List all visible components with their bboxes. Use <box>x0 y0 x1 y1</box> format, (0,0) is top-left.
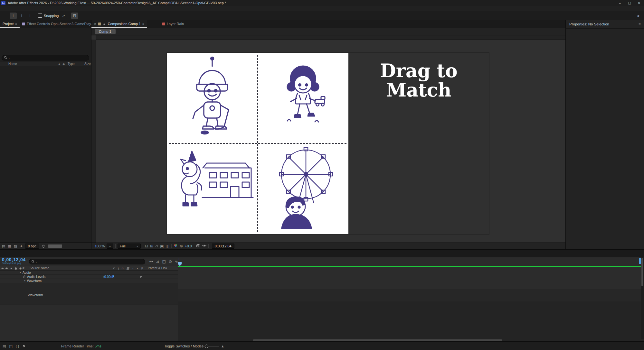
graph-editor-icon[interactable]: ∿ <box>175 259 178 264</box>
label-column-icon: ◈ <box>18 266 23 270</box>
app-icon: Ae <box>1 1 5 5</box>
comp-chip <box>98 23 101 25</box>
lock-icon[interactable] <box>103 22 106 25</box>
trash-icon[interactable] <box>42 244 45 248</box>
composition-viewer-panel: × Composition Comp 1≡ Layer Rain Comp 1 <box>91 20 566 249</box>
preview-time-display[interactable]: 0;00;12;04 <box>212 244 234 249</box>
interpret-footage-icon[interactable]: ▤ <box>2 244 5 248</box>
pickwhip-icon[interactable] <box>139 275 142 278</box>
choose-grid-guides-icon[interactable]: ⊡ <box>145 244 148 248</box>
panel-menu-icon[interactable]: ≡ <box>639 22 641 26</box>
work-area: Project≡ Effect Controls Opal-Section2-G… <box>0 20 644 249</box>
shrink-arrow-icon[interactable]: ↗ <box>60 13 67 19</box>
channel-icon[interactable] <box>174 244 178 249</box>
video-column-icon <box>0 267 5 270</box>
draft-3d-icon[interactable]: ⊿ <box>156 259 159 264</box>
timeline-vertical-scrollbar[interactable] <box>641 257 644 339</box>
maximize-button[interactable]: ▢ <box>625 0 634 6</box>
expressions-icon[interactable]: { } <box>16 344 19 348</box>
close-tab-icon[interactable]: × <box>94 22 96 26</box>
audio-levels-value[interactable]: +0.00dB <box>102 275 115 279</box>
timeline-search-input[interactable]: ⌄ <box>29 259 146 264</box>
close-button[interactable]: ✕ <box>634 0 644 6</box>
panel-chip <box>22 23 25 25</box>
audio-group-row[interactable]: ▾ Audio <box>0 271 178 275</box>
waveform-group-row[interactable]: ▾ Waveform <box>0 279 178 283</box>
breadcrumb-comp1[interactable]: Comp 1 <box>95 29 116 34</box>
snapping-toggle[interactable]: Snapping <box>38 14 59 18</box>
audio-waveform <box>178 303 641 321</box>
lock-column-icon <box>14 267 18 270</box>
headline-text: Drag to Match <box>348 61 489 100</box>
local-axis-mode-icon[interactable]: ⊥ <box>10 13 17 19</box>
audio-column-icon <box>5 267 9 270</box>
mask-visibility-icon[interactable]: ▱ <box>155 244 158 248</box>
solo-column-icon: ● <box>9 266 14 270</box>
notifications-icon[interactable]: ⚑ <box>22 344 25 348</box>
layer-chip <box>162 23 165 25</box>
toggle-switches-modes-button[interactable]: Toggle Switches / Modes <box>164 344 204 348</box>
tool-bar: ⊥ ⊥ ⊥ Snapping ↗ ⊡ » <box>0 11 644 20</box>
zoom-level[interactable]: 100 <box>95 244 100 248</box>
new-composition-icon[interactable]: ▨ <box>14 244 17 248</box>
resolution-dropdown[interactable]: Full⌄ <box>118 244 141 249</box>
current-time-display[interactable]: 0;00;12;04 00364 (29.97 fps) <box>2 258 26 265</box>
storyboard-panels <box>167 53 348 234</box>
snapshot-icon[interactable] <box>196 244 200 249</box>
audio-levels-row[interactable]: Audio Levels +0.00dB <box>0 275 178 279</box>
exposure-icon[interactable]: ⊛ <box>180 244 183 248</box>
tab-composition-comp1[interactable]: × Composition Comp 1≡ <box>91 20 147 28</box>
zoom-in-icon[interactable]: ▲ <box>221 344 224 348</box>
project-column-headers[interactable]: Name ▲ ◈ Type Size <box>0 61 91 66</box>
playhead-grab-handle[interactable]: ⌶ <box>178 257 180 261</box>
comp-mini-flowchart-icon[interactable]: ⊶ <box>149 259 153 264</box>
horizontal-ruler[interactable] <box>96 35 565 40</box>
panel-menu-icon[interactable]: ≡ <box>142 22 144 26</box>
zoom-knob[interactable] <box>205 345 208 348</box>
switches-column-icons: ✳╲fx▦◔◑⊛ <box>109 267 146 270</box>
vertical-ruler[interactable] <box>91 40 96 243</box>
drag-to-match-panel: Drag to Match <box>348 53 489 234</box>
timeline-zoom-slider[interactable]: ▲ ▲ <box>198 344 224 348</box>
workspace-overflow-button[interactable]: » <box>633 14 644 18</box>
tab-effect-controls[interactable]: Effect Controls Opal-Section2-GamePlay-P… <box>20 20 101 28</box>
marquee-options-button[interactable]: ⊡ <box>71 13 78 19</box>
motion-blur-icon[interactable]: ⊚ <box>169 259 172 264</box>
snapping-checkbox[interactable] <box>38 14 42 18</box>
sort-arrow-icon: ▲ <box>58 62 61 65</box>
tab-layer-rain[interactable]: Layer Rain <box>160 20 186 28</box>
region-of-interest-icon[interactable]: ▣ <box>160 244 164 248</box>
menu-bar <box>0 6 644 12</box>
show-snapshot-icon[interactable] <box>202 244 206 249</box>
timeline-column-headers[interactable]: ● ◈ # Source Name ✳╲fx▦◔◑⊛ Parent & Link <box>0 266 178 271</box>
viewer-canvas[interactable]: Drag to Match <box>91 35 565 243</box>
panel-menu-icon[interactable]: ≡ <box>15 22 17 26</box>
timeline-track-area[interactable]: ⌶ <box>178 257 641 342</box>
frame-blending-icon[interactable]: ◫ <box>162 259 166 264</box>
project-flowchart-icon[interactable]: ✈ <box>20 244 23 248</box>
zoom-dropdown[interactable]: ⌄ <box>107 244 113 249</box>
world-axis-mode-icon[interactable]: ⊥ <box>18 13 25 19</box>
minimize-button[interactable]: – <box>615 0 625 6</box>
after-effects-window: Ae Adobe After Effects 2026 - D:\2026-Wo… <box>0 0 644 350</box>
time-ruler[interactable] <box>178 257 641 266</box>
view-axis-mode-icon[interactable]: ⊥ <box>26 13 33 19</box>
progress-pill <box>48 244 62 248</box>
waveform-property-row: Waveform <box>0 285 178 305</box>
tab-project[interactable]: Project≡ <box>0 20 20 28</box>
project-preview-area <box>0 28 91 54</box>
project-search-input[interactable]: ⌄ <box>2 55 89 60</box>
gpu-status-icon[interactable]: ◫ <box>9 344 12 348</box>
composition-artwork: Drag to Match <box>167 53 489 234</box>
project-footer: ▤ ▦ ▨ ✈ 8 bpc <box>0 243 91 249</box>
properties-header: Properties: No Selection ≡ <box>566 20 644 29</box>
grid-icon[interactable]: ⊞ <box>150 244 153 248</box>
transparency-grid-icon[interactable]: ◫ <box>166 244 169 248</box>
stopwatch-icon[interactable] <box>23 275 26 278</box>
exposure-value[interactable]: +0.0 <box>185 244 192 248</box>
db-status-icon[interactable]: ▤ <box>3 344 6 348</box>
new-folder-icon[interactable]: ▦ <box>8 244 11 248</box>
timeline-left-column: 0;00;12;04 00364 (29.97 fps) ⌄ ⊶ ⊿ ◫ ⊚ ∿… <box>0 257 178 342</box>
zoom-out-icon[interactable]: ▲ <box>198 345 200 347</box>
bit-depth-button[interactable]: 8 bpc <box>25 244 39 249</box>
